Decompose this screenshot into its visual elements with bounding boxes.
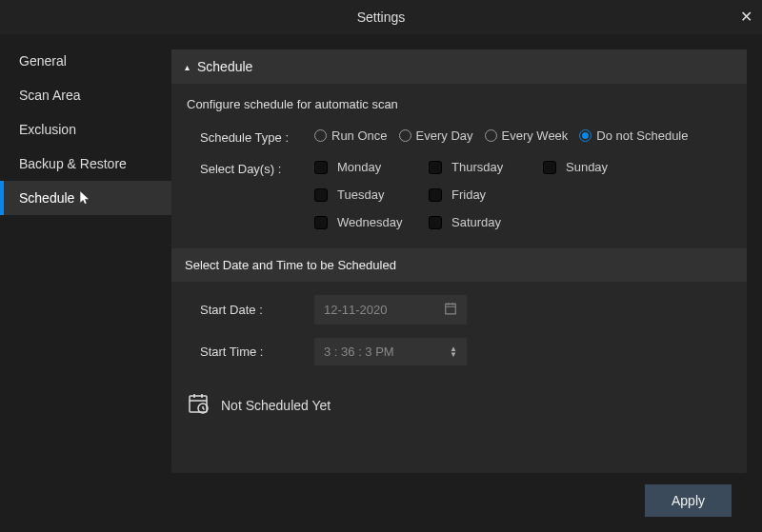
- window-body: General Scan Area Exclusion Backup & Res…: [0, 34, 762, 532]
- sidebar-item-label: Schedule: [19, 190, 74, 206]
- time-spinner[interactable]: ▲ ▼: [450, 346, 457, 358]
- start-time-input[interactable]: 3 : 36 : 3 PM ▲ ▼: [314, 338, 467, 365]
- cursor-icon: [78, 190, 91, 207]
- select-days-label: Select Day(s) :: [200, 160, 314, 176]
- radio-label: Every Week: [502, 128, 569, 143]
- footer: Apply: [171, 473, 747, 532]
- checkbox-wednesday[interactable]: Wednesday: [314, 215, 429, 229]
- radio-icon: [579, 129, 592, 142]
- checkbox-friday[interactable]: Friday: [429, 187, 543, 202]
- day-label: Thursday: [451, 160, 503, 174]
- start-date-value: 12-11-2020: [324, 303, 388, 317]
- settings-window: Settings ✕ General Scan Area Exclusion B…: [0, 0, 762, 532]
- sidebar: General Scan Area Exclusion Backup & Res…: [0, 34, 171, 532]
- checkbox-icon: [543, 161, 556, 174]
- day-label: Wednesday: [337, 215, 402, 229]
- content-area: ▴ Schedule Configure schedule for automa…: [171, 34, 762, 532]
- start-time-label: Start Time :: [200, 345, 314, 359]
- chevron-up-icon: ▴: [185, 62, 190, 72]
- sidebar-item-schedule[interactable]: Schedule: [0, 181, 171, 215]
- days-grid: Monday Thursday Sunday Tuesday: [314, 160, 657, 229]
- start-time-row: Start Time : 3 : 36 : 3 PM ▲ ▼: [200, 338, 732, 365]
- radio-icon: [399, 129, 411, 142]
- calendar-icon: [444, 302, 457, 318]
- sidebar-item-label: Exclusion: [19, 122, 76, 137]
- checkbox-tuesday[interactable]: Tuesday: [314, 187, 429, 202]
- checkbox-icon: [314, 161, 328, 174]
- day-label: Friday: [451, 187, 486, 202]
- schedule-type-row: Schedule Type : Run Once Every Day Ev: [171, 119, 747, 150]
- radio-every-week[interactable]: Every Week: [485, 128, 569, 143]
- sidebar-item-label: Backup & Restore: [19, 156, 127, 171]
- sidebar-item-general[interactable]: General: [0, 44, 171, 78]
- schedule-status-row: Not Scheduled Yet: [171, 384, 747, 433]
- schedule-panel: ▴ Schedule Configure schedule for automa…: [171, 49, 747, 473]
- select-days-row: Select Day(s) : Monday Thursday Sunda: [171, 150, 747, 235]
- checkbox-sunday[interactable]: Sunday: [543, 160, 657, 174]
- section-title: Schedule: [197, 59, 252, 74]
- start-date-input[interactable]: 12-11-2020: [314, 295, 467, 325]
- section-description: Configure schedule for automatic scan: [171, 84, 747, 119]
- schedule-status-text: Not Scheduled Yet: [221, 398, 331, 413]
- radio-label: Do not Schedule: [596, 128, 688, 143]
- schedule-type-label: Schedule Type :: [200, 128, 314, 145]
- datetime-group: Start Date : 12-11-2020 Start Time : 3 :…: [171, 282, 747, 384]
- sidebar-item-backup-restore[interactable]: Backup & Restore: [0, 147, 171, 181]
- checkbox-icon: [429, 216, 442, 229]
- apply-button[interactable]: Apply: [645, 484, 732, 517]
- radio-icon: [485, 129, 497, 142]
- radio-every-day[interactable]: Every Day: [399, 128, 473, 143]
- start-time-value: 3 : 36 : 3 PM: [324, 345, 394, 359]
- close-button[interactable]: ✕: [740, 8, 752, 26]
- day-label: Saturday: [451, 215, 501, 229]
- window-title: Settings: [357, 10, 406, 25]
- radio-icon: [314, 129, 327, 142]
- checkbox-icon: [429, 188, 442, 202]
- checkbox-icon: [314, 188, 328, 202]
- radio-do-not-schedule[interactable]: Do not Schedule: [579, 128, 688, 143]
- sidebar-item-label: General: [19, 53, 67, 69]
- checkbox-thursday[interactable]: Thursday: [429, 160, 543, 174]
- checkbox-icon: [314, 216, 328, 229]
- checkbox-saturday[interactable]: Saturday: [429, 215, 543, 229]
- day-label: Sunday: [566, 160, 608, 174]
- radio-label: Every Day: [416, 128, 473, 143]
- chevron-down-icon: ▼: [450, 352, 457, 358]
- schedule-status-icon: [187, 392, 210, 418]
- start-date-label: Start Date :: [200, 303, 314, 317]
- sidebar-item-scan-area[interactable]: Scan Area: [0, 78, 171, 112]
- titlebar: Settings ✕: [0, 0, 762, 34]
- datetime-subheader: Select Date and Time to be Scheduled: [171, 248, 747, 282]
- checkbox-icon: [429, 161, 442, 174]
- radio-label: Run Once: [331, 128, 388, 143]
- sidebar-item-label: Scan Area: [19, 88, 81, 103]
- schedule-type-options: Run Once Every Day Every Week Do no: [314, 128, 693, 143]
- radio-run-once[interactable]: Run Once: [314, 128, 388, 143]
- sidebar-item-exclusion[interactable]: Exclusion: [0, 112, 171, 147]
- panel-section-header[interactable]: ▴ Schedule: [171, 49, 747, 84]
- close-icon: ✕: [740, 9, 752, 25]
- start-date-row: Start Date : 12-11-2020: [200, 295, 732, 325]
- day-label: Tuesday: [337, 187, 384, 202]
- day-label: Monday: [337, 160, 381, 174]
- checkbox-monday[interactable]: Monday: [314, 160, 429, 174]
